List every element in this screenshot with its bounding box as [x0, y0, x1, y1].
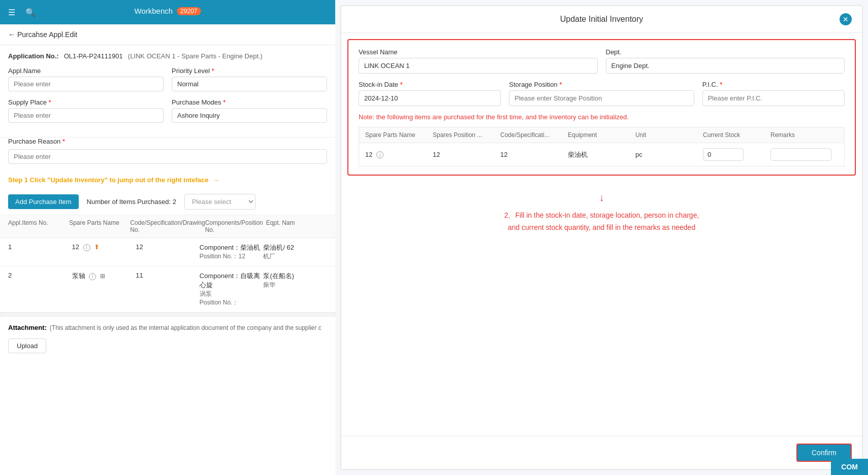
step-hint-text: Step 1 Click "Update Inventory" to jump …: [8, 176, 208, 184]
app-no-sub: (LINK OCEAN 1 - Spare Parts - Engine Dep…: [128, 52, 263, 60]
row1-no: 1: [8, 243, 72, 251]
workbench-title: Workbench 29207: [135, 7, 201, 15]
row1-eqpt: 柴油机/ 62 机厂: [263, 243, 327, 261]
attachment-note: (This attachment is only used as the int…: [50, 324, 322, 331]
note-text: Note: the following items are purchased …: [359, 113, 845, 121]
appl-name-input[interactable]: [8, 77, 164, 91]
close-button[interactable]: ✕: [840, 13, 852, 25]
upload-icon[interactable]: ⬆: [94, 243, 100, 251]
pic-label: P.I.C. *: [702, 81, 845, 88]
appl-name-group: Appl.Name: [8, 67, 164, 91]
modal-row1-code: 12: [500, 151, 568, 158]
supply-place-group: Supply Place *: [8, 98, 164, 123]
row1-name: 12 i ⬆: [72, 243, 136, 251]
supply-place-label: Supply Place *: [8, 98, 164, 106]
info-icon[interactable]: i: [89, 273, 96, 280]
items-table-header: Appl.Items No. Spare Parts Name Code/Spe…: [0, 215, 335, 238]
modal-col-equip: Equipment: [568, 131, 635, 139]
row2-name: 泵轴 i ⊞: [72, 272, 136, 281]
row2-eqpt: 泵(在船名) 振华: [263, 272, 327, 289]
modal-table-row: 12 i 12 12 柴油机 pc: [359, 143, 845, 166]
app-no-label: Application No.:: [8, 52, 59, 60]
col-header-name: Spare Parts Name: [69, 219, 130, 233]
col-header-comp: Components/Position No.: [205, 219, 266, 233]
modal-container: Update Initial Inventory ✕ Vessel Name D…: [340, 5, 863, 470]
supply-place-input[interactable]: [8, 108, 164, 123]
modal-body: Vessel Name Dept. Stock-in Date *: [341, 33, 862, 436]
app-no-section: Application No.: OL1-PA-P24111901 (LINK …: [0, 45, 335, 138]
page-header: ← Purcahse Appl.Edit: [0, 24, 335, 45]
purchase-reason-input[interactable]: [8, 149, 327, 164]
top-bar: ☰ 🔍 Workbench 29207: [0, 0, 335, 24]
modal-table-header: Spare Parts Name Spares Position ... Cod…: [359, 127, 845, 143]
priority-input[interactable]: [172, 77, 327, 91]
current-stock-input[interactable]: [703, 148, 744, 161]
table-row: 1 12 i ⬆ 12 Component：柴油机 Position No.：1…: [0, 238, 335, 266]
info-icon[interactable]: i: [83, 244, 90, 251]
horizontal-scrollbar[interactable]: [0, 313, 335, 317]
dept-label: Dept.: [606, 48, 845, 56]
modal-col-pos: Spares Position ...: [433, 131, 500, 139]
step-arrow: →: [212, 176, 219, 184]
modal-col-remarks: Remarks: [770, 131, 838, 139]
modal-col-stock: Current Stock: [703, 131, 770, 139]
priority-label: Priority Level *: [172, 67, 327, 75]
row2-no: 2: [8, 272, 72, 279]
col-header-eqpt: Eqpt. Nam: [266, 219, 327, 233]
modal-form-section: Vessel Name Dept. Stock-in Date *: [347, 39, 856, 176]
down-arrow-icon: ↓: [357, 192, 847, 203]
modal-row1-equip: 柴油机: [568, 150, 635, 159]
info-icon[interactable]: i: [376, 151, 383, 158]
left-panel: ☰ 🔍 Workbench 29207 ← Purcahse Appl.Edit…: [0, 0, 335, 475]
items-count: Number of Items Purchased: 2: [87, 198, 176, 206]
back-link[interactable]: ← Purcahse Appl.Edit: [8, 30, 77, 39]
purchase-modes-input[interactable]: [172, 108, 327, 123]
row2-comp: Component：自吸离心旋 涡泵 Position No.：: [200, 272, 264, 307]
step-hint: Step 1 Click "Update Inventory" to jump …: [0, 171, 335, 189]
add-item-section: Add Purchase Item Number of Items Purcha…: [0, 189, 335, 215]
purchase-modes-group: Purchase Modes *: [172, 98, 327, 123]
pic-input[interactable]: [702, 90, 845, 106]
search-icon[interactable]: 🔍: [25, 8, 36, 17]
vessel-name-label: Vessel Name: [359, 48, 598, 56]
stock-in-date-input[interactable]: [359, 90, 501, 106]
table-row: 2 泵轴 i ⊞ 11 Component：自吸离心旋 涡泵 Position …: [0, 266, 335, 313]
dept-group: Dept.: [606, 48, 845, 74]
menu-icon[interactable]: ☰: [8, 8, 15, 17]
purchase-reason-section: Purchase Reason *: [0, 138, 335, 171]
modal-row1-remarks[interactable]: [770, 148, 838, 161]
priority-group: Priority Level *: [172, 67, 327, 91]
modal-col-code: Code/Specificati...: [500, 131, 568, 139]
modal-row1-stock[interactable]: [703, 148, 770, 161]
modal-row1-name: 12 i: [365, 151, 433, 159]
workbench-badge: 29207: [177, 7, 201, 15]
vessel-name-group: Vessel Name: [359, 48, 598, 74]
modal-overlay: Update Initial Inventory ✕ Vessel Name D…: [335, 0, 868, 475]
com-label: COM: [831, 459, 868, 475]
modal-title: Update Initial Inventory: [364, 15, 840, 24]
stock-in-date-label: Stock-in Date *: [359, 81, 501, 88]
modal-header: Update Initial Inventory ✕: [341, 6, 862, 33]
workbench-label: Workbench: [135, 7, 173, 15]
add-purchase-item-button[interactable]: Add Purchase Item: [8, 194, 79, 209]
appl-name-label: Appl.Name: [8, 67, 164, 75]
doc-icon[interactable]: ⊞: [100, 273, 105, 280]
stock-in-date-group: Stock-in Date *: [359, 81, 501, 106]
vessel-name-input[interactable]: [359, 58, 598, 74]
row2-code: 11: [136, 272, 200, 279]
storage-position-input[interactable]: [509, 90, 694, 106]
modal-col-name: Spare Parts Name: [365, 131, 433, 139]
row1-comp: Component：柴油机 Position No.：12: [200, 243, 264, 261]
dept-input[interactable]: [606, 58, 845, 74]
col-header-no: Appl.Items No.: [8, 219, 69, 233]
modal-footer: Confirm: [341, 436, 862, 469]
storage-position-group: Storage Position *: [509, 81, 694, 106]
attachment-label: Attachment:: [8, 324, 47, 331]
modal-row1-pos: 12: [433, 151, 500, 158]
upload-button[interactable]: Upload: [8, 338, 46, 353]
filter-select[interactable]: Please select: [184, 194, 255, 210]
instruction-area: ↓ 2、Fill in the stock-in date, storage l…: [341, 182, 862, 436]
purchase-reason-label: Purchase Reason *: [8, 138, 327, 145]
remarks-input[interactable]: [770, 148, 831, 161]
row1-code: 12: [136, 243, 200, 251]
